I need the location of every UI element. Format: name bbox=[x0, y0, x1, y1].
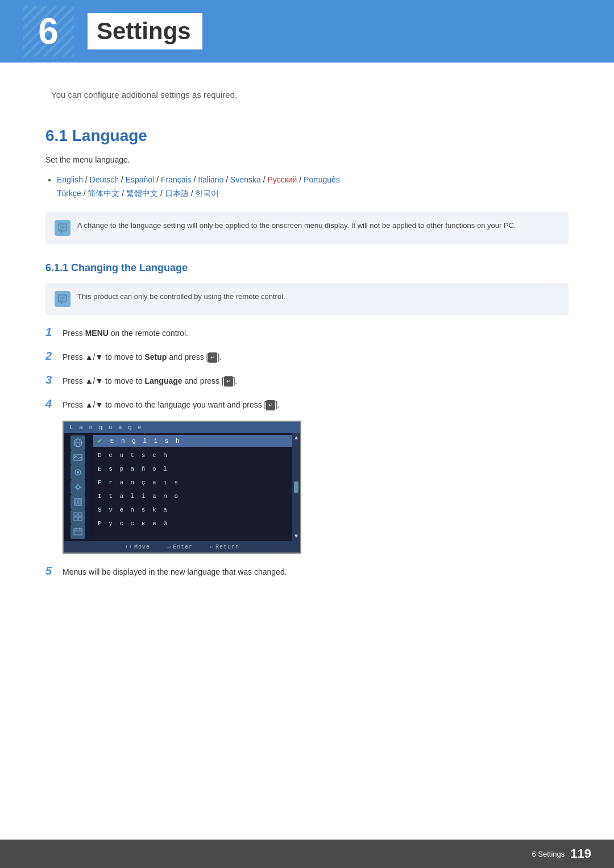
menu-icon-1 bbox=[64, 435, 92, 450]
menu-icon-4 bbox=[64, 480, 92, 495]
step-number-3: 3 bbox=[45, 371, 63, 389]
lang-russian[interactable]: Русский bbox=[267, 175, 297, 184]
scroll-up-arrow[interactable]: ▲ bbox=[294, 435, 298, 441]
enter-icon: ↵ bbox=[167, 544, 171, 550]
menu-item-russian[interactable]: Р у с с к и й bbox=[93, 517, 292, 530]
note-icon bbox=[55, 220, 70, 236]
note-box-language: A change to the language setting will on… bbox=[45, 212, 569, 244]
step-number-5: 5 bbox=[45, 562, 63, 580]
svg-rect-21 bbox=[74, 529, 82, 535]
step-text-4: Press ▲/▼ to move to the language you wa… bbox=[63, 398, 280, 411]
lang-italiano[interactable]: Italiano bbox=[198, 175, 223, 184]
steps-list: 1 Press MENU on the remote control. 2 Pr… bbox=[45, 323, 569, 413]
menu-left-icons bbox=[64, 433, 93, 541]
nav-move: ⬆⬇Move bbox=[125, 543, 150, 550]
lang-japanese[interactable]: 日本語 bbox=[165, 189, 189, 198]
menu-title-bar: L a n g u a g e bbox=[64, 422, 300, 433]
move-arrows-icon: ⬆⬇ bbox=[125, 544, 132, 550]
menu-item-francais[interactable]: F r a n ç a i s bbox=[93, 476, 292, 489]
step-4: 4 Press ▲/▼ to move to the language you … bbox=[45, 394, 569, 413]
scroll-track bbox=[294, 481, 298, 493]
svg-point-12 bbox=[77, 471, 79, 474]
menu-icon-2 bbox=[64, 450, 92, 465]
subsection-611-title: 6.1.1 Changing the Language bbox=[45, 262, 569, 274]
menu-item-deutsch[interactable]: D e u t s c h bbox=[93, 448, 292, 462]
note-box-remote: This product can only be controlled by u… bbox=[45, 283, 569, 315]
svg-point-10 bbox=[75, 455, 77, 457]
lang-simplified-chinese[interactable]: 简体中文 bbox=[88, 189, 119, 198]
chapter-title: Settings bbox=[88, 13, 202, 49]
svg-rect-18 bbox=[78, 513, 82, 516]
svg-rect-15 bbox=[76, 500, 77, 504]
lang-turkce[interactable]: Türkçe bbox=[57, 189, 81, 198]
step-text-3: Press ▲/▼ to move to Language and press … bbox=[63, 375, 238, 387]
menu-icon-3 bbox=[64, 465, 92, 480]
step-text-5: Menus will be displayed in the new langu… bbox=[63, 566, 287, 578]
enter-key-icon-4: ↵ bbox=[266, 400, 275, 410]
svg-rect-16 bbox=[78, 500, 80, 504]
step-1: 1 Press MENU on the remote control. bbox=[45, 323, 569, 341]
step-text-1: Press MENU on the remote control. bbox=[63, 327, 188, 339]
lang-english[interactable]: English bbox=[57, 175, 83, 184]
page-footer: 6 Settings 119 bbox=[0, 840, 614, 868]
svg-rect-19 bbox=[74, 517, 77, 521]
menu-item-italiano[interactable]: I t a l i a n o bbox=[93, 489, 292, 503]
lang-francais[interactable]: Français bbox=[161, 175, 192, 184]
nav-return: ↩Return bbox=[210, 543, 239, 550]
language-list: English / Deutsch / Español / Français /… bbox=[45, 173, 569, 201]
return-icon: ↩ bbox=[210, 544, 214, 550]
menu-scrollbar[interactable]: ▲ ▼ bbox=[292, 433, 300, 541]
main-content: You can configure additional settings as… bbox=[0, 63, 614, 631]
menu-bottom-bar: ⬆⬇Move ↵Enter ↩Return bbox=[64, 541, 300, 553]
note-text-remote: This product can only be controlled by u… bbox=[77, 291, 285, 302]
section-description: Set the menu language. bbox=[45, 155, 569, 164]
footer-section-label: 6 Settings bbox=[532, 850, 565, 858]
menu-screenshot: L a n g u a g e bbox=[63, 421, 301, 554]
menu-icon-6 bbox=[64, 509, 92, 524]
header-band: 6 Settings bbox=[0, 0, 614, 63]
menu-item-english[interactable]: ✔ E n g l i s h bbox=[93, 433, 292, 448]
menu-item-svenska[interactable]: S v e n s k a bbox=[93, 503, 292, 517]
lang-traditional-chinese[interactable]: 繁體中文 bbox=[126, 189, 158, 198]
menu-icon-7 bbox=[64, 524, 92, 539]
svg-rect-17 bbox=[74, 513, 77, 516]
section-61-title: 6.1 Language bbox=[45, 127, 569, 145]
enter-key-icon-3: ↵ bbox=[224, 376, 233, 387]
note-text-language: A change to the language setting will on… bbox=[77, 220, 516, 231]
step-number-2: 2 bbox=[45, 347, 63, 365]
lang-korean[interactable]: 한국어 bbox=[195, 189, 219, 198]
step-number-4: 4 bbox=[45, 394, 63, 413]
lang-svenska[interactable]: Svenska bbox=[230, 175, 261, 184]
svg-rect-20 bbox=[78, 517, 82, 521]
menu-items-panel: ✔ E n g l i s h D e u t s c h E s p a ñ … bbox=[64, 433, 300, 541]
menu-item-espanol[interactable]: E s p a ñ o l bbox=[93, 462, 292, 476]
scroll-down-arrow[interactable]: ▼ bbox=[294, 533, 298, 539]
step-2: 2 Press ▲/▼ to move to Setup and press [… bbox=[45, 347, 569, 365]
step-text-2: Press ▲/▼ to move to Setup and press [↵]… bbox=[63, 351, 222, 363]
lang-espanol[interactable]: Español bbox=[126, 175, 155, 184]
menu-items-inner: ✔ E n g l i s h D e u t s c h E s p a ñ … bbox=[93, 433, 292, 541]
step-3: 3 Press ▲/▼ to move to Language and pres… bbox=[45, 371, 569, 389]
language-list-item: English / Deutsch / Español / Français /… bbox=[57, 173, 569, 201]
lang-deutsch[interactable]: Deutsch bbox=[90, 175, 119, 184]
step-number-1: 1 bbox=[45, 323, 63, 341]
enter-key-icon-2: ↵ bbox=[208, 352, 217, 363]
checkmark-english: ✔ bbox=[98, 437, 103, 445]
lang-portuguese[interactable]: Português bbox=[304, 175, 340, 184]
step-5: 5 Menus will be displayed in the new lan… bbox=[45, 562, 569, 580]
footer-page-number: 119 bbox=[570, 846, 591, 861]
header-subtitle: You can configure additional settings as… bbox=[45, 90, 569, 99]
chapter-number: 6 bbox=[23, 6, 74, 57]
menu-icon-5 bbox=[64, 495, 92, 509]
nav-enter: ↵Enter bbox=[167, 543, 193, 550]
svg-point-13 bbox=[76, 485, 80, 489]
note-icon-remote bbox=[55, 291, 70, 307]
